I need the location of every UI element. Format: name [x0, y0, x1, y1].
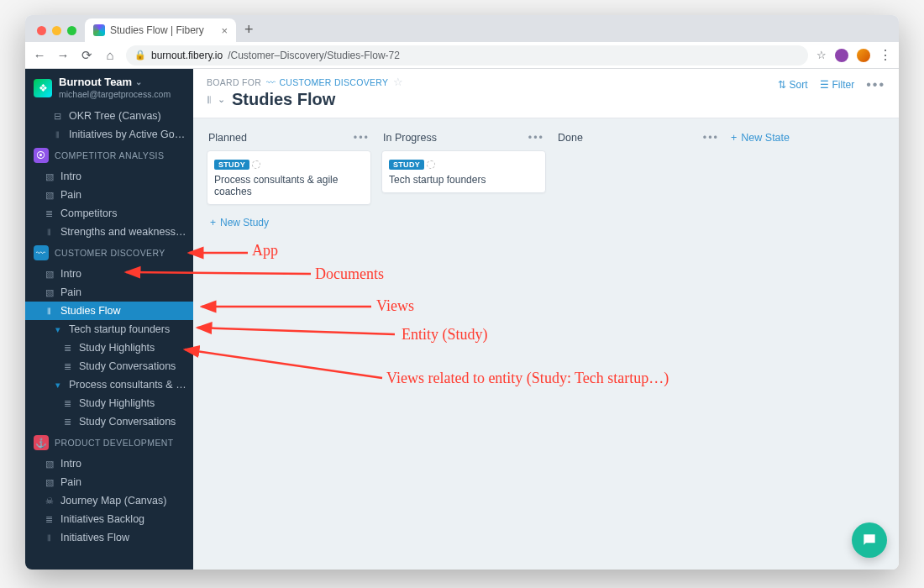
breadcrumb-link[interactable]: 〰 CUSTOMER DISCOVERY	[266, 77, 388, 87]
sidebar-item[interactable]: ≣Study Highlights	[25, 394, 193, 412]
board-card[interactable]: STUDY Process consultants & agile coache…	[207, 150, 371, 205]
sidebar-item[interactable]: ⦀Initiatives by Active Goals	[25, 125, 193, 144]
column-menu-icon[interactable]: •••	[528, 132, 544, 144]
workspace-icon: ❖	[34, 79, 52, 97]
address-bar[interactable]: 🔒 burnout.fibery.io /Customer–Discovery/…	[126, 45, 808, 66]
annotation-label: Documents	[315, 265, 384, 283]
more-menu-icon[interactable]: •••	[866, 77, 885, 92]
workspace-name: Burnout Team	[59, 76, 132, 88]
annotation-label: Entity (Study)	[402, 326, 488, 344]
sidebar-item[interactable]: ⦀Initiatives Flow	[25, 528, 193, 547]
sort-button[interactable]: ⇅Sort	[778, 79, 808, 91]
sidebar-item[interactable]: ▧Intro	[25, 265, 193, 283]
chevron-down-icon: ⌄	[135, 77, 142, 87]
new-study-button[interactable]: +New Study	[207, 212, 371, 234]
chat-icon	[861, 532, 878, 549]
entity-badge: STUDY	[214, 160, 249, 170]
chat-widget[interactable]	[852, 522, 887, 558]
column-header: Planned •••	[207, 129, 371, 150]
annotation-label: Views	[376, 297, 414, 315]
sidebar-item[interactable]: ⊟OKR Tree (Canvas)	[25, 107, 193, 125]
list-icon: ≣	[44, 514, 55, 525]
url-host: burnout.fibery.io	[151, 50, 223, 61]
sidebar-item[interactable]: ▧Intro	[25, 167, 193, 186]
column-header: Done •••	[556, 129, 721, 150]
sidebar-item[interactable]: ☠Journey Map (Canvas)	[25, 491, 193, 510]
list-icon: ≣	[62, 417, 73, 428]
maximize-window-icon[interactable]	[67, 26, 76, 35]
card-title: Process consultants & agile coaches	[214, 174, 364, 197]
board-icon: ⦀	[44, 533, 55, 543]
sidebar-entity[interactable]: ▾Tech startup founders	[25, 320, 193, 339]
sort-icon: ⇅	[778, 79, 786, 91]
profile-avatar[interactable]	[857, 49, 870, 62]
sidebar-item[interactable]: ≣Study Conversations	[25, 412, 193, 431]
caret-down-icon: ▾	[52, 324, 63, 335]
list-icon: ≣	[62, 343, 73, 354]
main-content: BOARD FOR 〰 CUSTOMER DISCOVERY ☆ ⦀ ⌄ Stu…	[193, 69, 899, 570]
sidebar-item[interactable]: ▧Pain	[25, 283, 193, 302]
column-menu-icon[interactable]: •••	[354, 132, 370, 144]
page-title: Studies Flow	[232, 90, 335, 109]
sidebar-item[interactable]: ≣Study Highlights	[25, 339, 193, 357]
entity-badge: STUDY	[389, 160, 424, 170]
bookmark-icon[interactable]: ☆	[816, 49, 827, 61]
sidebar-item[interactable]: ≣Study Conversations	[25, 357, 193, 375]
close-tab-icon[interactable]: ×	[221, 24, 228, 37]
page-header: BOARD FOR 〰 CUSTOMER DISCOVERY ☆ ⦀ ⌄ Stu…	[193, 69, 899, 118]
tree-icon: ⊟	[52, 111, 63, 122]
doc-icon: ▧	[44, 287, 55, 298]
sidebar-section-customer-discovery[interactable]: 〰 CUSTOMER DISCOVERY	[25, 241, 193, 265]
app-frame: ❖ Burnout Team ⌄ michael@targetprocess.c…	[25, 69, 899, 570]
back-button[interactable]: ←	[32, 48, 47, 62]
section-badge-icon: ⚓	[34, 435, 49, 450]
browser-tab[interactable]: Studies Flow | Fibery ×	[85, 18, 236, 42]
sidebar-item[interactable]: ≣Initiatives Backlog	[25, 510, 193, 528]
board-column-in-progress: In Progress ••• STUDY Tech startup found…	[381, 129, 546, 200]
plus-icon: +	[731, 132, 737, 144]
minimize-window-icon[interactable]	[52, 26, 61, 35]
chevron-down-icon[interactable]: ⌄	[218, 94, 225, 105]
extension-icon[interactable]	[835, 49, 848, 62]
loading-icon	[252, 160, 260, 169]
favorite-icon[interactable]: ☆	[393, 76, 403, 88]
reload-button[interactable]: ⟳	[79, 48, 94, 63]
sidebar-item[interactable]: ▧Pain	[25, 473, 193, 491]
filter-button[interactable]: ☰Filter	[820, 79, 855, 91]
board-icon: ⦀	[44, 306, 55, 317]
close-window-icon[interactable]	[37, 26, 46, 35]
list-icon: ≣	[44, 208, 55, 219]
browser-toolbar: ← → ⟳ ⌂ 🔒 burnout.fibery.io /Customer–Di…	[25, 42, 899, 69]
list-icon: ≣	[62, 361, 73, 372]
sidebar-item[interactable]: ▧Pain	[25, 186, 193, 204]
sidebar-item[interactable]: ≣Competitors	[25, 204, 193, 223]
card-title: Tech startup founders	[389, 174, 538, 186]
sidebar-entity[interactable]: ▾Process consultants & agile c…	[25, 375, 193, 394]
board-card[interactable]: STUDY Tech startup founders	[381, 150, 546, 193]
sidebar-section-product-dev[interactable]: ⚓ PRODUCT DEVELOPMENT	[25, 431, 193, 454]
board-icon: ⦀	[52, 129, 63, 140]
workspace-email: michael@targetprocess.com	[59, 89, 171, 99]
favicon-icon	[93, 24, 105, 36]
sidebar-section-competitor[interactable]: ⦿ COMPETITOR ANALYSIS	[25, 144, 193, 167]
column-menu-icon[interactable]: •••	[703, 132, 719, 144]
new-tab-button[interactable]: +	[236, 21, 262, 42]
forward-button[interactable]: →	[55, 48, 71, 62]
window-controls[interactable]	[32, 26, 85, 42]
caret-down-icon: ▾	[52, 380, 63, 391]
workspace-switcher[interactable]: ❖ Burnout Team ⌄ michael@targetprocess.c…	[25, 69, 193, 107]
sidebar-item[interactable]: ⦀Strengths and weaknesses	[25, 223, 193, 241]
menu-icon[interactable]: ⋮	[879, 47, 892, 63]
board-view: Planned ••• STUDY Process consultants & …	[193, 118, 899, 570]
doc-icon: ▧	[44, 190, 55, 201]
board-column-planned: Planned ••• STUDY Process consultants & …	[207, 129, 371, 234]
home-button[interactable]: ⌂	[102, 48, 118, 62]
browser-tabbar: Studies Flow | Fibery × +	[25, 15, 899, 42]
browser-extensions: ☆ ⋮	[816, 47, 892, 63]
sidebar-item[interactable]: ▧Intro	[25, 454, 193, 473]
board-icon: ⦀	[207, 93, 211, 107]
doc-icon: ▧	[44, 171, 55, 182]
section-badge-icon: ⦿	[34, 148, 49, 163]
sidebar-item-studies-flow[interactable]: ⦀Studies Flow	[25, 302, 193, 320]
new-state-button[interactable]: +New State	[731, 129, 790, 144]
